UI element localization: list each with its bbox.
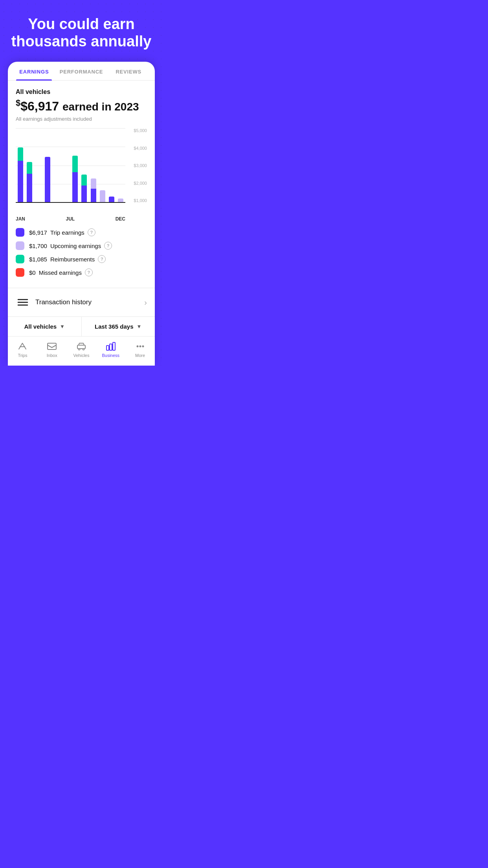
missed-earnings-help-icon[interactable]: ? (85, 268, 93, 276)
bar-jul (71, 128, 80, 202)
nav-inbox[interactable]: Inbox (37, 340, 67, 359)
bar-dec (116, 128, 125, 202)
legend-amount-trip: $6,917 (29, 229, 47, 236)
chart-y-labels: $5,000 $4,000 $3,000 $2,000 $1,000 (134, 128, 147, 203)
earnings-chart: $5,000 $4,000 $3,000 $2,000 $1,000 (16, 128, 147, 215)
hero-title: You could earn thousands annually (8, 16, 155, 50)
legend-info-missed: $0 Missed earnings ? (29, 268, 93, 276)
earnings-note: All earnings adjustments included (16, 116, 147, 122)
bar-mar (34, 128, 43, 202)
date-filter-chevron: ▼ (137, 324, 142, 329)
nav-more[interactable]: More (125, 340, 155, 359)
nav-trips[interactable]: Trips (8, 340, 37, 359)
svg-point-7 (83, 349, 84, 350)
inbox-label: Inbox (47, 353, 57, 358)
main-card: EARNINGS PERFORMANCE REVIEWS All vehicle… (8, 62, 155, 366)
vehicles-icon (76, 341, 87, 351)
svg-point-6 (78, 349, 80, 350)
bar-sep (89, 128, 98, 202)
legend-label-upcoming: Upcoming earnings (50, 243, 101, 249)
upcoming-earnings-help-icon[interactable]: ? (104, 242, 112, 250)
bar-may (52, 128, 61, 202)
chart-legend: $6,917 Trip earnings ? $1,700 Upcoming e… (16, 228, 147, 288)
legend-dot-blue (16, 228, 24, 237)
transaction-history-row[interactable]: Transaction history › (8, 288, 155, 316)
svg-rect-10 (113, 342, 115, 350)
more-icon (135, 341, 146, 351)
transaction-history-label: Transaction history (35, 298, 144, 306)
date-filter-button[interactable]: Last 365 days ▼ (82, 317, 155, 336)
tab-performance[interactable]: PERFORMANCE (57, 62, 106, 80)
legend-dot-red (16, 268, 24, 277)
legend-amount-reimb: $1,085 (29, 256, 47, 263)
legend-info-reimb: $1,085 Reimbursements ? (29, 255, 106, 263)
bar-feb (25, 128, 34, 202)
bar-apr (43, 128, 52, 202)
business-label: Business (102, 353, 119, 358)
tab-earnings[interactable]: EARNINGS (12, 62, 57, 80)
svg-rect-4 (48, 343, 56, 349)
legend-dot-lavender (16, 241, 24, 250)
earnings-amount: $$6,917 earned in 2023 (16, 98, 147, 114)
trips-label: Trips (18, 353, 27, 358)
bottom-nav: Trips Inbox (8, 336, 155, 366)
legend-dot-green (16, 255, 24, 263)
hero-section: You could earn thousands annually (8, 16, 155, 50)
legend-label-trip: Trip earnings (50, 229, 84, 236)
earnings-panel: All vehicles $$6,917 earned in 2023 All … (8, 81, 155, 288)
transaction-history-chevron: › (144, 298, 147, 307)
svg-point-11 (136, 346, 138, 348)
svg-point-12 (139, 346, 141, 348)
legend-info-trip: $6,917 Trip earnings ? (29, 228, 95, 236)
background: You could earn thousands annually EARNIN… (0, 0, 163, 366)
filter-row: All vehicles ▼ Last 365 days ▼ (8, 316, 155, 336)
svg-point-13 (142, 346, 144, 348)
inbox-icon (46, 341, 57, 351)
legend-label-missed: Missed earnings (39, 269, 82, 276)
legend-amount-missed: $0 (29, 269, 36, 276)
vehicle-filter-button[interactable]: All vehicles ▼ (8, 317, 82, 336)
legend-label-reimb: Reimbursements (50, 256, 95, 263)
legend-missed-earnings: $0 Missed earnings ? (16, 268, 147, 277)
svg-rect-9 (110, 344, 112, 350)
nav-business[interactable]: Business (96, 340, 125, 359)
svg-rect-5 (77, 345, 85, 349)
bar-oct (98, 128, 107, 202)
legend-amount-upcoming: $1,700 (29, 243, 47, 249)
vehicle-filter-label: All vehicles (24, 323, 57, 330)
trips-icon (17, 341, 28, 351)
reimbursements-help-icon[interactable]: ? (98, 255, 106, 263)
bar-jan (16, 128, 25, 202)
date-filter-label: Last 365 days (95, 323, 133, 330)
tab-bar: EARNINGS PERFORMANCE REVIEWS (8, 62, 155, 81)
transaction-history-icon (16, 295, 30, 309)
business-icon (105, 341, 116, 351)
legend-info-upcoming: $1,700 Upcoming earnings ? (29, 242, 112, 250)
legend-upcoming-earnings: $1,700 Upcoming earnings ? (16, 241, 147, 250)
vehicle-filter-chevron: ▼ (60, 324, 65, 329)
legend-trip-earnings: $6,917 Trip earnings ? (16, 228, 147, 237)
chart-bars (16, 128, 125, 203)
bar-aug (80, 128, 89, 202)
vehicle-label: All vehicles (16, 88, 147, 96)
bar-nov (107, 128, 116, 202)
bar-jun (61, 128, 70, 202)
vehicles-label: Vehicles (73, 353, 90, 358)
trip-earnings-help-icon[interactable]: ? (88, 228, 95, 236)
nav-vehicles[interactable]: Vehicles (67, 340, 96, 359)
tab-reviews[interactable]: REVIEWS (106, 62, 151, 80)
chart-x-labels: JAN JUL DEC (16, 216, 147, 222)
legend-reimbursements: $1,085 Reimbursements ? (16, 255, 147, 263)
svg-rect-8 (106, 346, 109, 350)
more-label: More (135, 353, 145, 358)
